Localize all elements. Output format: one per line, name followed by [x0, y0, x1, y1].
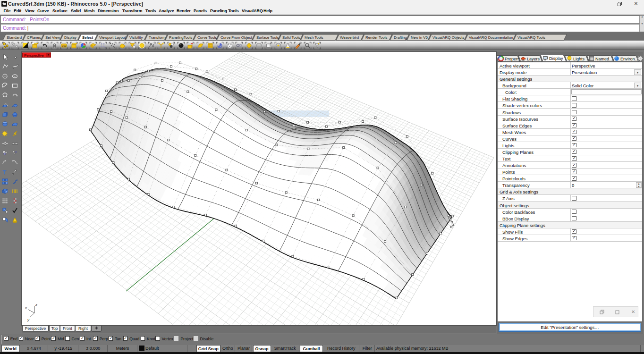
svg-text:Render Tools: Render Tools	[365, 35, 387, 40]
svg-text:PanelingTools: PanelingTools	[169, 35, 192, 40]
svg-text:z: z	[35, 303, 37, 307]
svg-text:Select: Select	[82, 35, 93, 40]
svg-text:Visibility: Visibility	[129, 35, 143, 40]
svg-text:Display: Display	[64, 35, 76, 40]
svg-text:Mesh Tools: Mesh Tools	[305, 35, 323, 40]
svg-text:Viewport Layout: Viewport Layout	[99, 35, 126, 40]
svg-text:Weaverbird: Weaverbird	[340, 35, 359, 40]
svg-text:VisualARQ Objects: VisualARQ Objects	[432, 35, 464, 40]
svg-text:Solid Tools: Solid Tools	[282, 35, 300, 40]
svg-text:Drafting: Drafting	[394, 35, 407, 40]
svg-text:100: 100	[62, 44, 66, 47]
svg-text:CPlanes: CPlanes	[27, 35, 41, 40]
svg-text:T: T	[3, 169, 6, 175]
svg-text:Transform: Transform	[149, 35, 166, 40]
svg-text:Curve Tools: Curve Tools	[197, 35, 217, 40]
svg-text:Standard: Standard	[7, 35, 22, 40]
svg-text:New in V5: New in V5	[411, 35, 428, 40]
svg-text:Set View: Set View	[45, 35, 60, 40]
svg-text:VisualARQ Tools: VisualARQ Tools	[517, 35, 545, 40]
svg-text:Curve From Object: Curve From Object	[220, 35, 252, 40]
svg-text:VisualARQ Documentation: VisualARQ Documentation	[469, 35, 513, 40]
svg-text:Surface Tools: Surface Tools	[256, 35, 279, 40]
